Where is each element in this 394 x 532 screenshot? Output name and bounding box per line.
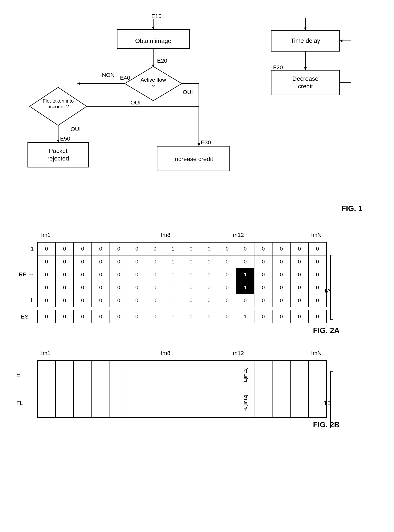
fig2a-container: Im1 Im8 Im12 ImN 1 RP → L 00000001000000… (16, 232, 378, 335)
table-row (290, 360, 308, 389)
svg-text:E10: E10 (151, 13, 161, 19)
table-row (254, 389, 272, 417)
fig2a-table: 0000000100000000000000010000000000000001… (37, 242, 327, 307)
page: E10 Obtain image E20 Active flow ? E40 N… (0, 0, 394, 532)
table-row (200, 389, 218, 417)
table-row: 0 (218, 310, 236, 323)
table-row: 0 (272, 268, 290, 281)
table-row: 1 (164, 242, 182, 255)
row-label-empty1 (16, 255, 35, 268)
table-row: 0 (200, 294, 218, 307)
table-row: 0 (218, 268, 236, 281)
table-row: 0 (146, 242, 164, 255)
table-row (182, 360, 200, 389)
fig1-caption: FIG. 1 (341, 204, 363, 213)
table-row (110, 360, 128, 389)
table-row: 0 (218, 294, 236, 307)
svg-marker-14 (77, 82, 80, 85)
table-row (308, 360, 327, 389)
table-row: 0 (182, 281, 200, 294)
svg-text:?: ? (152, 84, 155, 89)
svg-text:E40: E40 (120, 75, 130, 81)
table-row: 0 (74, 281, 92, 294)
svg-text:Packet: Packet (49, 147, 67, 154)
table-row: 0 (74, 242, 92, 255)
table-row: 0 (56, 242, 74, 255)
table-row: 0 (74, 310, 92, 323)
table-row (146, 360, 164, 389)
svg-rect-22 (28, 142, 89, 167)
table-row: 0 (74, 294, 92, 307)
row-label-1: 1 (16, 242, 35, 255)
table-row: 0 (200, 310, 218, 323)
svg-text:Time delay: Time delay (290, 37, 320, 44)
table-row: 0 (56, 255, 74, 268)
table-row: 0 (37, 268, 56, 281)
table-row (200, 360, 218, 389)
table-row: FL[Im12] (236, 389, 254, 417)
table-row: 0 (128, 255, 146, 268)
table-row: 0 (110, 268, 128, 281)
table-row: 0 (290, 255, 308, 268)
table-row (74, 389, 92, 417)
svg-text:Flot taken into: Flot taken into (43, 98, 74, 104)
svg-text:E20: E20 (157, 58, 167, 64)
svg-text:E50: E50 (60, 135, 70, 142)
table-row: 0 (74, 255, 92, 268)
table-row: 0 (200, 242, 218, 255)
table-row: 0 (92, 281, 110, 294)
col-label-imn: ImN (311, 232, 321, 238)
table-row (128, 360, 146, 389)
table-row: 0 (254, 242, 272, 255)
fig2b-row-label-e: E (16, 360, 35, 389)
table-row: 0 (182, 310, 200, 323)
table-row (218, 389, 236, 417)
table-row (254, 360, 272, 389)
svg-rect-33 (157, 146, 229, 171)
table-row: 0 (182, 294, 200, 307)
table-row: 0 (290, 310, 308, 323)
table-row: 0 (182, 255, 200, 268)
table-row: 0 (37, 310, 56, 323)
table-row: 0 (308, 310, 327, 323)
col-label-im1: Im1 (41, 232, 51, 238)
table-row: 0 (128, 294, 146, 307)
tb-label: TB (324, 400, 331, 406)
table-row: 0 (272, 242, 290, 255)
fig2b-table: E[Im12]FL[Im12] (37, 360, 327, 418)
fig2b-col-label-im8: Im8 (161, 350, 170, 356)
table-row (182, 389, 200, 417)
svg-marker-8 (125, 66, 182, 101)
fig2b-col-label-im12: Im12 (231, 350, 244, 356)
svg-marker-15 (30, 87, 87, 125)
table-row: 1 (236, 268, 254, 281)
svg-text:Obtain image: Obtain image (135, 37, 171, 44)
table-row: 0 (110, 242, 128, 255)
table-row: 0 (236, 242, 254, 255)
fig2b-container: Im1 Im8 Im12 ImN E FL E[Im12]FL[Im12] (16, 350, 378, 429)
table-row: 0 (92, 310, 110, 323)
table-row: 0 (146, 255, 164, 268)
fig1-svg: E10 Obtain image E20 Active flow ? E40 N… (16, 8, 378, 217)
table-row (164, 389, 182, 417)
table-row: 1 (236, 281, 254, 294)
table-row: 0 (56, 268, 74, 281)
table-row (146, 389, 164, 417)
table-row: 0 (218, 242, 236, 255)
table-row: 0 (92, 268, 110, 281)
table-row: 0 (254, 294, 272, 307)
row-label-rp: RP → (16, 268, 35, 281)
es-label: ES → (16, 313, 37, 320)
table-row: 1 (236, 310, 254, 323)
row-label-l: L (16, 294, 35, 307)
table-row: 1 (164, 310, 182, 323)
table-row: 0 (290, 294, 308, 307)
table-row: 0 (37, 255, 56, 268)
table-row: 0 (236, 255, 254, 268)
table-row: 0 (146, 294, 164, 307)
table-row: 0 (37, 294, 56, 307)
svg-text:Decrease: Decrease (292, 75, 318, 82)
table-row: 0 (182, 242, 200, 255)
col-label-im8: Im8 (161, 232, 170, 238)
svg-text:Active flow: Active flow (140, 77, 166, 83)
